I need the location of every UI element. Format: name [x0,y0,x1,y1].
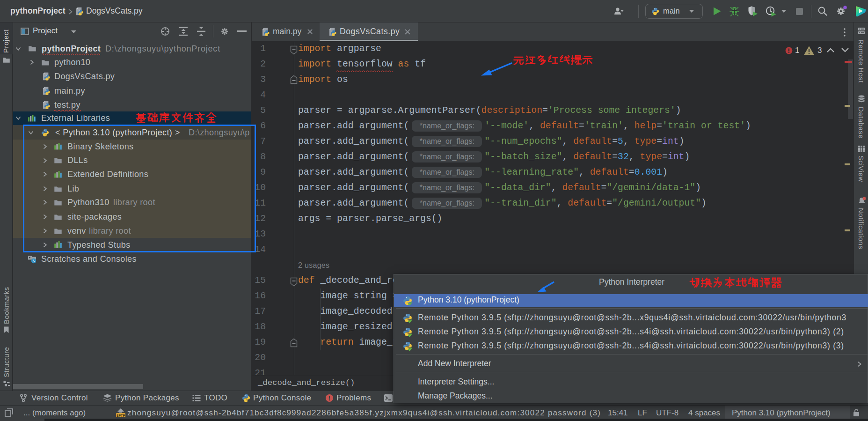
svg-text:SFTP: SFTP [117,414,125,418]
